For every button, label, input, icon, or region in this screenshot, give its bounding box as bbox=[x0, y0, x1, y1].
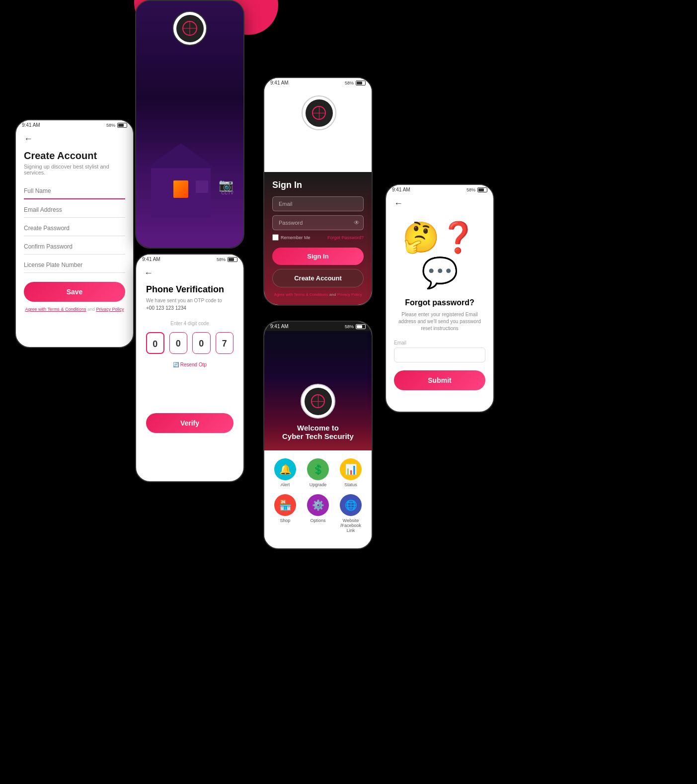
dashboard-icons-grid: 🔔 Alert 💲 Upgrade 📊 Status 🏪 Shop ⚙️ Opt… bbox=[264, 450, 372, 541]
signin-password-input[interactable] bbox=[272, 215, 364, 230]
cctv-background: 📷 CCTV bbox=[136, 1, 243, 248]
email-address-input[interactable] bbox=[24, 202, 125, 218]
signin-logo-area bbox=[264, 87, 373, 172]
resend-otp-link[interactable]: Resend Otp bbox=[180, 362, 207, 367]
house-window-dark bbox=[196, 180, 208, 193]
status-bar-6: 9:41 AM 58% bbox=[386, 185, 493, 194]
welcome-logo-inner bbox=[305, 388, 332, 415]
back-button-1[interactable]: ← bbox=[16, 130, 133, 148]
otp-input-group: 0 0 0 7 bbox=[146, 332, 233, 354]
signin-dark-area: Sign In 👁 Remember Me Forgot Password? S… bbox=[264, 172, 372, 305]
battery-icon-5 bbox=[356, 324, 366, 329]
cctv-logo-circle bbox=[172, 11, 207, 46]
battery-icon-1 bbox=[117, 123, 127, 128]
upgrade-label: Upgrade bbox=[310, 482, 327, 487]
website-label: Website /Facebook Link bbox=[338, 518, 364, 533]
confirm-password-input[interactable] bbox=[24, 239, 125, 255]
phone-sign-in: 9:41 AM 58% Sign In 👁 Remember Me bbox=[263, 77, 373, 306]
status-time-4: 9:41 AM bbox=[270, 80, 289, 86]
status-signal-4: 58% bbox=[345, 81, 354, 86]
otp-digit-4[interactable]: 7 bbox=[216, 332, 233, 354]
status-bar-5: 9:41 AM 58% bbox=[264, 322, 372, 331]
upgrade-icon: 💲 bbox=[307, 458, 329, 480]
password-eye-icon[interactable]: 👁 bbox=[354, 219, 360, 226]
back-button-3[interactable]: ← bbox=[136, 264, 243, 282]
dashboard-shop[interactable]: 🏪 Shop bbox=[272, 494, 298, 533]
status-bar-4: 9:41 AM 58% bbox=[264, 78, 372, 87]
resend-otp: 🔄 Resend Otp bbox=[146, 362, 233, 367]
status-time-5: 9:41 AM bbox=[270, 324, 289, 329]
submit-button[interactable]: Submit bbox=[394, 370, 485, 390]
status-time-1: 9:41 AM bbox=[22, 122, 40, 128]
house-scene: 📷 CCTV bbox=[136, 118, 243, 218]
forgot-password-link[interactable]: Forgot Password? bbox=[327, 235, 364, 240]
forgot-password-description: Please enter your registered Email addre… bbox=[394, 311, 485, 332]
signin-email-input[interactable] bbox=[272, 196, 364, 211]
status-bar-1: 9:41 AM 58% bbox=[16, 120, 133, 130]
cctv-logo-inner bbox=[176, 15, 204, 42]
dashboard-website[interactable]: 🌐 Website /Facebook Link bbox=[338, 494, 364, 533]
create-password-input[interactable] bbox=[24, 221, 125, 236]
verify-button[interactable]: Verify bbox=[146, 413, 233, 433]
verification-phone-number: +00 123 123 1234 bbox=[146, 305, 233, 311]
cctv-logo-area bbox=[172, 11, 207, 46]
signin-crosshair bbox=[312, 106, 326, 120]
status-icon: 📊 bbox=[340, 458, 362, 480]
status-signal-3: 58% bbox=[217, 257, 226, 262]
create-account-button[interactable]: Create Account bbox=[272, 269, 364, 287]
signin-heading: Sign In bbox=[272, 180, 364, 190]
remember-row: Remember Me Forgot Password? bbox=[272, 234, 364, 241]
website-icon: 🌐 bbox=[340, 494, 362, 516]
status-signal-6: 58% bbox=[466, 187, 475, 192]
status-signal-5: 58% bbox=[345, 324, 354, 329]
welcome-title: Welcome to Cyber Tech Security bbox=[282, 424, 354, 440]
phone-verification: 9:41 AM 58% ← Phone Verification We have… bbox=[135, 254, 244, 482]
cctv-crosshair-icon bbox=[182, 21, 197, 36]
options-icon: ⚙️ bbox=[307, 494, 329, 516]
otp-digit-1[interactable]: 0 bbox=[146, 332, 164, 354]
back-button-6[interactable]: ← bbox=[386, 194, 493, 213]
battery-icon-6 bbox=[477, 187, 487, 192]
shop-icon: 🏪 bbox=[274, 494, 296, 516]
license-plate-input[interactable] bbox=[24, 258, 125, 273]
dashboard-upgrade[interactable]: 💲 Upgrade bbox=[305, 458, 331, 487]
dashboard-status[interactable]: 📊 Status bbox=[338, 458, 364, 487]
remember-me-label[interactable]: Remember Me bbox=[272, 234, 310, 241]
phone-cctv-splash: 📷 CCTV bbox=[135, 0, 244, 249]
dashboard-alert[interactable]: 🔔 Alert bbox=[272, 458, 298, 487]
status-signal-1: 58% bbox=[106, 123, 115, 128]
forgot-email-input[interactable] bbox=[394, 348, 485, 362]
full-name-input[interactable] bbox=[24, 183, 125, 199]
cctv-text-label: CCTV bbox=[222, 190, 234, 195]
house-window-orange bbox=[173, 180, 188, 198]
status-time-6: 9:41 AM bbox=[392, 187, 410, 192]
alert-icon: 🔔 bbox=[274, 458, 296, 480]
privacy-link[interactable]: Privacy Policy bbox=[96, 307, 124, 312]
phone-create-account: 9:41 AM 58% ← Create Account Signing up … bbox=[15, 119, 134, 348]
dashboard-options[interactable]: ⚙️ Options bbox=[305, 494, 331, 533]
house-body bbox=[151, 168, 211, 218]
options-label: Options bbox=[310, 518, 325, 523]
signin-button[interactable]: Sign In bbox=[272, 248, 364, 265]
otp-digit-2[interactable]: 0 bbox=[169, 332, 187, 354]
verification-heading: Phone Verification bbox=[146, 284, 233, 295]
house-roof bbox=[146, 143, 216, 168]
battery-icon-4 bbox=[356, 81, 366, 86]
terms-link[interactable]: Agree with Terms & Conditions bbox=[25, 307, 86, 312]
phone-forgot-password: 9:41 AM 58% ← 🤔❓💬 Forgot password? Pleas… bbox=[385, 184, 494, 413]
cctv-camera-icon: 📷 bbox=[219, 178, 233, 192]
welcome-crosshair bbox=[311, 394, 325, 408]
email-field-label: Email bbox=[394, 340, 485, 346]
signin-terms: Agree with Terms & Conditions and Privac… bbox=[272, 292, 364, 297]
save-button[interactable]: Save bbox=[24, 282, 125, 302]
signin-logo bbox=[302, 95, 336, 130]
shop-label: Shop bbox=[280, 518, 290, 523]
status-time-3: 9:41 AM bbox=[142, 257, 160, 262]
otp-label: Enter 4 digit code bbox=[146, 321, 233, 326]
signin-terms-link[interactable]: Agree with Terms & Conditions bbox=[274, 292, 328, 297]
alert-label: Alert bbox=[281, 482, 290, 487]
welcome-logo bbox=[301, 384, 335, 419]
otp-digit-3[interactable]: 0 bbox=[192, 332, 210, 354]
signin-privacy-link[interactable]: Privacy Policy bbox=[337, 292, 362, 297]
remember-checkbox[interactable] bbox=[272, 234, 279, 241]
